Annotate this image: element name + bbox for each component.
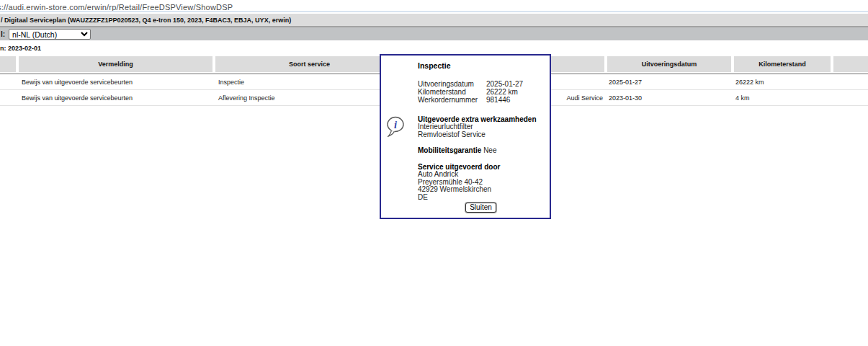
cell-vermelding: Bewijs van uitgevoerde servicebeurten bbox=[19, 74, 212, 89]
extra-work-item: Remvloeistof Service bbox=[418, 131, 544, 139]
close-dialog-button[interactable]: Sluiten bbox=[465, 203, 496, 213]
language-label: l: bbox=[0, 30, 5, 38]
field-label: Uitvoeringsdatum bbox=[418, 80, 486, 88]
cell-vermelding: Bewijs van uitgevoerde servicebeurten bbox=[19, 90, 212, 105]
cell-blank bbox=[0, 74, 16, 89]
field-uitvoeringsdatum: Uitvoeringsdatum 2025-01-27 bbox=[418, 80, 544, 88]
column-header-vermelding: Vermelding bbox=[19, 56, 212, 72]
field-value: 981446 bbox=[486, 96, 510, 104]
page-url: s://audi.erwin-store.com/erwin/rp/Retail… bbox=[0, 1, 233, 11]
mobility-value: Nee bbox=[483, 146, 496, 154]
cell-soort-service: Aflevering Inspectie bbox=[215, 90, 403, 105]
field-kilometerstand: Kilometerstand 26222 km bbox=[418, 88, 544, 96]
language-select[interactable]: nl-NL (Dutch) bbox=[9, 29, 91, 40]
mobility-label: Mobiliteitsgarantie bbox=[418, 146, 481, 154]
field-werkordernummer: Werkordernummer 981446 bbox=[418, 96, 544, 104]
cell-kilometerstand: 26222 km bbox=[734, 74, 831, 89]
column-header-blank-end bbox=[833, 56, 868, 72]
dialog-content: i Inspectie Uitvoeringsdatum 2025-01-27 … bbox=[381, 56, 550, 218]
column-header-kilometerstand: Kilometerstand bbox=[734, 56, 831, 72]
meta-date-text: n: 2023-02-01 bbox=[0, 41, 41, 52]
cell-blank-end bbox=[833, 74, 868, 89]
extra-work-section: Uitgevoerde extra werkzaamheden Interieu… bbox=[418, 116, 544, 139]
cell-uitvoeringsdatum: 2023-01-30 bbox=[607, 90, 731, 105]
serviceplan-title-bar: / Digitaal Serviceplan (WAUZZZFZ1PP02052… bbox=[0, 14, 868, 26]
field-label: Kilometerstand bbox=[418, 88, 486, 96]
performed-by-city: 42929 Wermelskirchen bbox=[418, 186, 544, 194]
performed-by-section: Service uitgevoerd door Auto Andrick Pre… bbox=[418, 164, 544, 202]
field-value: 2025-01-27 bbox=[486, 80, 523, 88]
cell-blank-end bbox=[833, 90, 868, 105]
field-label: Werkordernummer bbox=[418, 96, 486, 104]
cell-uitvoeringsdatum: 2025-01-27 bbox=[607, 74, 731, 89]
cell-blank bbox=[0, 90, 16, 105]
field-value: 26222 km bbox=[486, 88, 518, 96]
cell-soort-service: Inspectie bbox=[215, 74, 403, 89]
inspection-detail-dialog: i Inspectie Uitvoeringsdatum 2025-01-27 … bbox=[380, 54, 551, 219]
dialog-title: Inspectie bbox=[418, 62, 544, 70]
svg-text:i: i bbox=[394, 119, 397, 130]
column-header-soort-service: Soort service bbox=[215, 56, 403, 72]
extra-work-item: Interieurluchtfilter bbox=[418, 123, 544, 131]
performed-by-country: DE bbox=[418, 194, 544, 202]
browser-address-bar[interactable]: s://audi.erwin-store.com/erwin/rp/Retail… bbox=[0, 0, 868, 11]
column-header-uitvoeringsdatum: Uitvoeringsdatum bbox=[607, 56, 731, 72]
performed-by-name: Auto Andrick bbox=[418, 171, 544, 179]
serviceplan-title: / Digitaal Serviceplan (WAUZZZFZ1PP02052… bbox=[0, 17, 291, 24]
language-toolbar: l: nl-NL (Dutch) bbox=[0, 27, 868, 40]
dialog-button-row: Sluiten bbox=[418, 203, 544, 213]
cell-kilometerstand: 4 km bbox=[734, 90, 831, 105]
column-header-blank bbox=[0, 56, 16, 72]
mobility-section: Mobiliteitsgarantie Nee bbox=[418, 147, 544, 155]
info-balloon-icon: i bbox=[386, 116, 405, 140]
